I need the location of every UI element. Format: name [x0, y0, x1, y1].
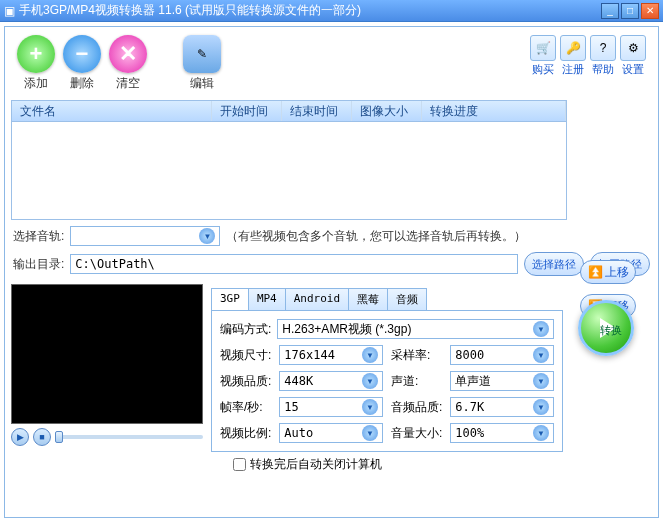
aspect-select[interactable]: Auto▼	[279, 423, 383, 443]
sliders-icon: ⚙	[620, 35, 646, 61]
close-button[interactable]: ✕	[641, 3, 659, 19]
channel-select[interactable]: 单声道▼	[450, 371, 554, 391]
output-dir-label: 输出目录:	[13, 256, 64, 273]
audioquality-select[interactable]: 6.7K▼	[450, 397, 554, 417]
titlebar: ▣ 手机3GP/MP4视频转换器 11.6 (试用版只能转换源文件的一部分) _…	[0, 0, 663, 22]
play-button[interactable]: ▶	[11, 428, 29, 446]
register-button[interactable]: 🔑注册	[560, 35, 586, 77]
maximize-button[interactable]: □	[621, 3, 639, 19]
double-chevron-up-icon: ⏫	[588, 265, 603, 279]
convert-button[interactable]	[578, 300, 634, 356]
col-filename[interactable]: 文件名	[12, 101, 212, 121]
encoding-select[interactable]: H.263+AMR视频 (*.3gp)▼	[277, 319, 554, 339]
col-start[interactable]: 开始时间	[212, 101, 282, 121]
col-imgsize[interactable]: 图像大小	[352, 101, 422, 121]
minus-icon: −	[63, 35, 101, 73]
video-preview	[11, 284, 203, 424]
output-dir-input[interactable]	[70, 254, 518, 274]
edit-icon: ✎	[183, 35, 221, 73]
tab-blackberry[interactable]: 黑莓	[348, 288, 388, 310]
chevron-down-icon: ▼	[199, 228, 215, 244]
audio-track-label: 选择音轨:	[13, 228, 64, 245]
add-button[interactable]: +添加	[17, 35, 55, 92]
play-triangle-icon	[600, 318, 616, 338]
move-up-button[interactable]: ⏫上移	[580, 260, 636, 284]
audio-hint: （有些视频包含多个音轨，您可以选择音轨后再转换。）	[226, 228, 526, 245]
file-list[interactable]	[11, 122, 567, 220]
file-list-header: 文件名 开始时间 结束时间 图像大小 转换进度	[11, 100, 567, 122]
buy-button[interactable]: 🛒购买	[530, 35, 556, 77]
encoding-settings: 编码方式:H.263+AMR视频 (*.3gp)▼ 视频尺寸:176x144▼ …	[211, 311, 563, 452]
help-button[interactable]: ?帮助	[590, 35, 616, 77]
settings-button[interactable]: ⚙设置	[620, 35, 646, 77]
remove-button[interactable]: −删除	[63, 35, 101, 92]
volume-select[interactable]: 100%▼	[450, 423, 554, 443]
tab-3gp[interactable]: 3GP	[211, 288, 249, 310]
plus-icon: +	[17, 35, 55, 73]
col-progress[interactable]: 转换进度	[422, 101, 566, 121]
seek-slider[interactable]	[55, 435, 203, 439]
question-icon: ?	[590, 35, 616, 61]
cart-icon: 🛒	[530, 35, 556, 61]
format-tabs: 3GP MP4 Android 黑莓 音频	[211, 288, 563, 311]
app-icon: ▣	[4, 4, 15, 18]
audio-track-select[interactable]: ▼	[70, 226, 220, 246]
clear-button[interactable]: ✕清空	[109, 35, 147, 92]
shutdown-label: 转换完后自动关闭计算机	[250, 456, 382, 473]
minimize-button[interactable]: _	[601, 3, 619, 19]
x-icon: ✕	[109, 35, 147, 73]
shutdown-checkbox[interactable]	[233, 458, 246, 471]
videosize-select[interactable]: 176x144▼	[279, 345, 383, 365]
choose-path-button[interactable]: 选择路径	[524, 252, 584, 276]
col-end[interactable]: 结束时间	[282, 101, 352, 121]
videoquality-select[interactable]: 448K▼	[279, 371, 383, 391]
fps-select[interactable]: 15▼	[279, 397, 383, 417]
edit-button[interactable]: ✎编辑	[183, 35, 221, 92]
samplerate-select[interactable]: 8000▼	[450, 345, 554, 365]
tab-audio[interactable]: 音频	[387, 288, 427, 310]
window-title: 手机3GP/MP4视频转换器 11.6 (试用版只能转换源文件的一部分)	[19, 2, 601, 19]
key-icon: 🔑	[560, 35, 586, 61]
tab-mp4[interactable]: MP4	[248, 288, 286, 310]
stop-button[interactable]: ■	[33, 428, 51, 446]
tab-android[interactable]: Android	[285, 288, 349, 310]
